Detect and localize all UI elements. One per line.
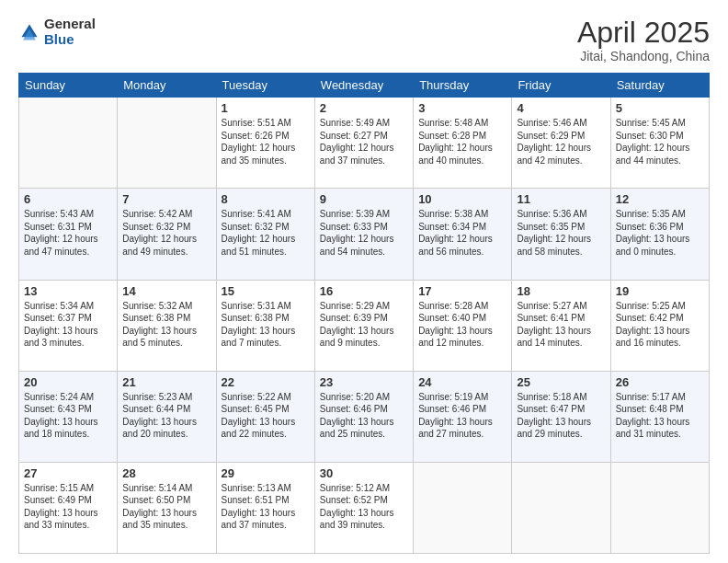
logo-text: General Blue — [44, 17, 96, 47]
calendar-cell: 21Sunrise: 5:23 AM Sunset: 6:44 PM Dayli… — [118, 371, 216, 462]
calendar-day-header: Sunday — [19, 74, 118, 98]
cell-info: Sunrise: 5:17 AM Sunset: 6:48 PM Dayligh… — [616, 391, 704, 441]
cell-info: Sunrise: 5:35 AM Sunset: 6:36 PM Dayligh… — [616, 208, 704, 258]
calendar-cell: 7Sunrise: 5:42 AM Sunset: 6:32 PM Daylig… — [118, 189, 216, 280]
calendar-cell: 5Sunrise: 5:45 AM Sunset: 6:30 PM Daylig… — [610, 98, 709, 189]
logo-general: General — [44, 17, 96, 32]
cell-info: Sunrise: 5:18 AM Sunset: 6:47 PM Dayligh… — [517, 391, 605, 441]
calendar-cell: 18Sunrise: 5:27 AM Sunset: 6:41 PM Dayli… — [512, 280, 610, 371]
cell-info: Sunrise: 5:22 AM Sunset: 6:45 PM Dayligh… — [222, 391, 310, 441]
cell-info: Sunrise: 5:13 AM Sunset: 6:51 PM Dayligh… — [222, 482, 310, 532]
day-number: 24 — [418, 375, 506, 389]
calendar-cell: 1Sunrise: 5:51 AM Sunset: 6:26 PM Daylig… — [216, 98, 314, 189]
day-number: 30 — [320, 466, 408, 480]
calendar-cell: 20Sunrise: 5:24 AM Sunset: 6:43 PM Dayli… — [19, 371, 118, 462]
calendar-cell: 15Sunrise: 5:31 AM Sunset: 6:38 PM Dayli… — [216, 280, 314, 371]
title-block: April 2025 Jitai, Shandong, China — [577, 17, 710, 63]
calendar-day-header: Monday — [118, 74, 216, 98]
cell-info: Sunrise: 5:25 AM Sunset: 6:42 PM Dayligh… — [616, 300, 704, 350]
calendar-cell: 30Sunrise: 5:12 AM Sunset: 6:52 PM Dayli… — [314, 462, 413, 553]
calendar-cell: 29Sunrise: 5:13 AM Sunset: 6:51 PM Dayli… — [216, 462, 314, 553]
cell-info: Sunrise: 5:39 AM Sunset: 6:33 PM Dayligh… — [320, 208, 408, 258]
cell-info: Sunrise: 5:28 AM Sunset: 6:40 PM Dayligh… — [418, 300, 506, 350]
day-number: 12 — [616, 192, 704, 206]
cell-info: Sunrise: 5:48 AM Sunset: 6:28 PM Dayligh… — [418, 117, 506, 167]
calendar-cell: 4Sunrise: 5:46 AM Sunset: 6:29 PM Daylig… — [512, 98, 610, 189]
day-number: 18 — [517, 284, 605, 298]
calendar-cell: 13Sunrise: 5:34 AM Sunset: 6:37 PM Dayli… — [19, 280, 118, 371]
day-number: 10 — [418, 192, 506, 206]
day-number: 23 — [320, 375, 408, 389]
logo-blue: Blue — [44, 32, 96, 48]
cell-info: Sunrise: 5:12 AM Sunset: 6:52 PM Dayligh… — [320, 482, 408, 532]
day-number: 14 — [122, 284, 210, 298]
header: General Blue April 2025 Jitai, Shandong,… — [18, 17, 710, 63]
calendar-cell — [512, 462, 610, 553]
calendar-week-row: 20Sunrise: 5:24 AM Sunset: 6:43 PM Dayli… — [19, 371, 710, 462]
calendar-week-row: 1Sunrise: 5:51 AM Sunset: 6:26 PM Daylig… — [19, 98, 710, 189]
main-title: April 2025 — [577, 17, 710, 49]
day-number: 11 — [517, 192, 605, 206]
calendar-day-header: Tuesday — [216, 74, 314, 98]
calendar-cell: 14Sunrise: 5:32 AM Sunset: 6:38 PM Dayli… — [118, 280, 216, 371]
calendar-cell: 10Sunrise: 5:38 AM Sunset: 6:34 PM Dayli… — [414, 189, 512, 280]
day-number: 26 — [616, 375, 704, 389]
cell-info: Sunrise: 5:51 AM Sunset: 6:26 PM Dayligh… — [222, 117, 310, 167]
day-number: 29 — [222, 466, 310, 480]
day-number: 8 — [222, 192, 310, 206]
logo: General Blue — [18, 17, 96, 47]
calendar-cell: 17Sunrise: 5:28 AM Sunset: 6:40 PM Dayli… — [414, 280, 512, 371]
day-number: 7 — [122, 192, 210, 206]
calendar-cell — [610, 462, 709, 553]
calendar-cell: 24Sunrise: 5:19 AM Sunset: 6:46 PM Dayli… — [414, 371, 512, 462]
day-number: 9 — [320, 192, 408, 206]
calendar-cell: 27Sunrise: 5:15 AM Sunset: 6:49 PM Dayli… — [19, 462, 118, 553]
day-number: 25 — [517, 375, 605, 389]
cell-info: Sunrise: 5:24 AM Sunset: 6:43 PM Dayligh… — [24, 391, 112, 441]
day-number: 27 — [24, 466, 112, 480]
day-number: 22 — [222, 375, 310, 389]
calendar-cell: 19Sunrise: 5:25 AM Sunset: 6:42 PM Dayli… — [610, 280, 709, 371]
calendar-cell — [19, 98, 118, 189]
calendar-day-header: Wednesday — [314, 74, 413, 98]
calendar-cell: 6Sunrise: 5:43 AM Sunset: 6:31 PM Daylig… — [19, 189, 118, 280]
cell-info: Sunrise: 5:46 AM Sunset: 6:29 PM Dayligh… — [517, 117, 605, 167]
day-number: 6 — [24, 192, 112, 206]
cell-info: Sunrise: 5:42 AM Sunset: 6:32 PM Dayligh… — [122, 208, 210, 258]
day-number: 2 — [320, 101, 408, 115]
cell-info: Sunrise: 5:27 AM Sunset: 6:41 PM Dayligh… — [517, 300, 605, 350]
cell-info: Sunrise: 5:36 AM Sunset: 6:35 PM Dayligh… — [517, 208, 605, 258]
calendar-cell: 2Sunrise: 5:49 AM Sunset: 6:27 PM Daylig… — [314, 98, 413, 189]
calendar-cell: 28Sunrise: 5:14 AM Sunset: 6:50 PM Dayli… — [118, 462, 216, 553]
day-number: 19 — [616, 284, 704, 298]
calendar-cell: 9Sunrise: 5:39 AM Sunset: 6:33 PM Daylig… — [314, 189, 413, 280]
calendar-cell: 3Sunrise: 5:48 AM Sunset: 6:28 PM Daylig… — [414, 98, 512, 189]
day-number: 3 — [418, 101, 506, 115]
calendar-day-header: Thursday — [414, 74, 512, 98]
subtitle: Jitai, Shandong, China — [577, 49, 710, 63]
calendar-cell — [414, 462, 512, 553]
day-number: 15 — [222, 284, 310, 298]
calendar-header-row: SundayMondayTuesdayWednesdayThursdayFrid… — [19, 74, 710, 98]
cell-info: Sunrise: 5:15 AM Sunset: 6:49 PM Dayligh… — [24, 482, 112, 532]
calendar-week-row: 27Sunrise: 5:15 AM Sunset: 6:49 PM Dayli… — [19, 462, 710, 553]
day-number: 16 — [320, 284, 408, 298]
day-number: 28 — [122, 466, 210, 480]
calendar-day-header: Saturday — [610, 74, 709, 98]
calendar-day-header: Friday — [512, 74, 610, 98]
cell-info: Sunrise: 5:20 AM Sunset: 6:46 PM Dayligh… — [320, 391, 408, 441]
calendar-cell: 23Sunrise: 5:20 AM Sunset: 6:46 PM Dayli… — [314, 371, 413, 462]
page: General Blue April 2025 Jitai, Shandong,… — [0, 0, 728, 563]
calendar-cell: 25Sunrise: 5:18 AM Sunset: 6:47 PM Dayli… — [512, 371, 610, 462]
calendar-week-row: 13Sunrise: 5:34 AM Sunset: 6:37 PM Dayli… — [19, 280, 710, 371]
calendar-cell: 26Sunrise: 5:17 AM Sunset: 6:48 PM Dayli… — [610, 371, 709, 462]
cell-info: Sunrise: 5:23 AM Sunset: 6:44 PM Dayligh… — [122, 391, 210, 441]
cell-info: Sunrise: 5:14 AM Sunset: 6:50 PM Dayligh… — [122, 482, 210, 532]
day-number: 4 — [517, 101, 605, 115]
cell-info: Sunrise: 5:31 AM Sunset: 6:38 PM Dayligh… — [222, 300, 310, 350]
day-number: 17 — [418, 284, 506, 298]
day-number: 21 — [122, 375, 210, 389]
cell-info: Sunrise: 5:32 AM Sunset: 6:38 PM Dayligh… — [122, 300, 210, 350]
cell-info: Sunrise: 5:19 AM Sunset: 6:46 PM Dayligh… — [418, 391, 506, 441]
cell-info: Sunrise: 5:41 AM Sunset: 6:32 PM Dayligh… — [222, 208, 310, 258]
